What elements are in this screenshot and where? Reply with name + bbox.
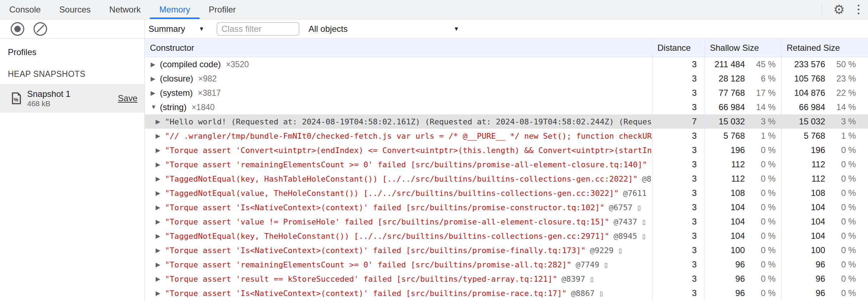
expand-triangle-icon[interactable]: ▶ bbox=[156, 161, 165, 168]
shallow-size-cell: 960 % bbox=[705, 286, 782, 300]
table-row[interactable]: ▶(closure)×982328 1286 %105 76823 % bbox=[145, 71, 868, 86]
retained-size-percent: 23 % bbox=[825, 74, 856, 84]
constructor-cell: ▶"Hello world! (Requested at: 2024-08-19… bbox=[145, 114, 652, 129]
retained-size-percent: 0 % bbox=[825, 159, 856, 169]
tab-console[interactable]: Console bbox=[0, 0, 50, 19]
column-header-constructor[interactable]: Constructor bbox=[145, 39, 652, 57]
collapse-triangle-icon[interactable]: ▼ bbox=[151, 104, 160, 111]
expand-triangle-icon[interactable]: ▶ bbox=[156, 132, 165, 140]
distance-cell: 3 bbox=[652, 272, 705, 286]
instance-count: ×3520 bbox=[226, 60, 249, 69]
string-value: "Torque assert 'Convert<uintptr>(endInde… bbox=[165, 146, 652, 155]
table-row[interactable]: ▶(compiled code)×35203211 48445 %233 576… bbox=[145, 57, 868, 71]
retained-size-value: 15 032 bbox=[799, 117, 825, 127]
table-row[interactable]: ▶"TaggedNotEqual(key, TheHoleConstant())… bbox=[145, 229, 868, 243]
more-vert-icon[interactable] bbox=[854, 3, 863, 16]
save-snapshot-link[interactable]: Save bbox=[118, 93, 137, 103]
sidebar-item-snapshot-1[interactable]: % Snapshot 1 468 kB Save bbox=[0, 84, 145, 113]
distance-value: 3 bbox=[692, 274, 697, 284]
table-row[interactable]: ▶"Torque assert 'Is<NativeContext>(conte… bbox=[145, 286, 868, 300]
tab-console-label: Console bbox=[9, 5, 41, 15]
expand-triangle-icon[interactable]: ▶ bbox=[156, 247, 165, 254]
retained-size-cell: 1040 % bbox=[782, 229, 868, 243]
tab-sources[interactable]: Sources bbox=[50, 0, 100, 19]
object-id: @8 bbox=[642, 174, 652, 183]
shallow-size-cell: 1000 % bbox=[705, 243, 782, 257]
shallow-size-cell: 66 98414 % bbox=[705, 100, 782, 114]
chevron-down-icon: ▼ bbox=[454, 26, 459, 32]
table-row[interactable]: ▶(system)×3817377 76817 %104 87622 % bbox=[145, 86, 868, 100]
distance-value: 3 bbox=[692, 159, 697, 169]
tab-network[interactable]: Network bbox=[100, 0, 150, 19]
shallow-size-percent: 6 % bbox=[745, 74, 776, 84]
object-scope-select[interactable]: All objects ▼ bbox=[309, 24, 459, 34]
table-row[interactable]: ▶"Hello world! (Requested at: 2024-08-19… bbox=[145, 114, 868, 129]
table-row[interactable]: ▶"TaggedNotEqual(key, HashTableHoleConst… bbox=[145, 172, 868, 186]
tab-profiler[interactable]: Profiler bbox=[200, 0, 245, 19]
distance-value: 3 bbox=[692, 102, 697, 112]
expand-triangle-icon[interactable]: ▶ bbox=[156, 118, 165, 125]
retained-size-cell: 960 % bbox=[782, 286, 868, 300]
object-id: @8945 bbox=[614, 232, 637, 241]
constructor-cell: ▶"Torque assert 'remainingElementsCount … bbox=[145, 257, 652, 272]
table-row[interactable]: ▶"Torque assert 'remainingElementsCount … bbox=[145, 257, 868, 272]
object-scope-value: All objects bbox=[309, 24, 348, 34]
string-value: "Torque assert 'Is<NativeContext>(contex… bbox=[165, 203, 605, 212]
retained-size-value: 96 bbox=[816, 288, 825, 298]
retained-size-value: 96 bbox=[816, 260, 825, 270]
expand-triangle-icon[interactable]: ▶ bbox=[156, 204, 165, 211]
object-id: @7437 bbox=[614, 217, 637, 226]
shallow-size-value: 112 bbox=[731, 174, 745, 184]
table-row[interactable]: ▶"Torque assert 'Is<NativeContext>(conte… bbox=[145, 200, 868, 214]
distance-cell: 3 bbox=[652, 157, 705, 172]
retained-size-cell: 105 76823 % bbox=[782, 71, 868, 86]
shallow-size-value: 77 768 bbox=[719, 88, 745, 98]
expand-triangle-icon[interactable]: ▶ bbox=[151, 89, 160, 97]
record-heap-snapshot-icon[interactable] bbox=[11, 22, 24, 36]
column-header-retained-size[interactable]: Retained Size bbox=[782, 39, 868, 57]
shallow-size-value: 100 bbox=[731, 245, 745, 255]
string-value: "// .wrangler/tmp/bundle-FmNIt0/checked-… bbox=[165, 132, 652, 140]
table-row[interactable]: ▶"Torque assert 'Is<NativeContext>(conte… bbox=[145, 243, 868, 257]
expand-triangle-icon[interactable]: ▶ bbox=[156, 147, 165, 154]
expand-triangle-icon[interactable]: ▶ bbox=[156, 175, 165, 183]
tab-memory[interactable]: Memory bbox=[150, 0, 200, 19]
expand-triangle-icon[interactable]: ▶ bbox=[156, 275, 165, 283]
retained-size-cell: 1960 % bbox=[782, 143, 868, 157]
column-header-distance[interactable]: Distance bbox=[652, 39, 705, 57]
column-header-shallow-size[interactable]: Shallow Size bbox=[705, 39, 782, 57]
perspective-select[interactable]: Summary ▼ bbox=[148, 24, 205, 34]
gear-icon[interactable]: ⚙ bbox=[833, 3, 845, 16]
shallow-size-percent: 0 % bbox=[745, 188, 776, 198]
shallow-size-value: 211 484 bbox=[715, 59, 745, 69]
table-row[interactable]: ▶"Torque assert 'result == kStoreSuccede… bbox=[145, 272, 868, 286]
table-row[interactable]: ▼(string)×1840366 98414 %66 98414 % bbox=[145, 100, 868, 114]
expand-triangle-icon[interactable]: ▶ bbox=[151, 75, 160, 83]
retained-size-cell: 233 57650 % bbox=[782, 57, 868, 71]
expand-triangle-icon[interactable]: ▶ bbox=[156, 290, 165, 297]
missing-glyph-box: ▯ bbox=[618, 246, 622, 255]
shallow-size-cell: 15 0323 % bbox=[705, 114, 782, 129]
shallow-size-percent: 1 % bbox=[745, 131, 776, 141]
table-row[interactable]: ▶"Torque assert 'Convert<uintptr>(endInd… bbox=[145, 143, 868, 157]
table-row[interactable]: ▶"TaggedNotEqual(value, TheHoleConstant(… bbox=[145, 186, 868, 200]
class-filter-input[interactable] bbox=[217, 22, 299, 36]
object-id: @7611 bbox=[623, 189, 647, 198]
shallow-size-cell: 1040 % bbox=[705, 200, 782, 214]
table-row[interactable]: ▶"Torque assert 'value != PromiseHole' f… bbox=[145, 214, 868, 229]
expand-triangle-icon[interactable]: ▶ bbox=[156, 261, 165, 268]
profiles-toolbar bbox=[0, 19, 145, 39]
string-value: "Torque assert 'Is<NativeContext>(contex… bbox=[165, 289, 567, 298]
constructor-cell: ▶"Torque assert 'result == kStoreSuccede… bbox=[145, 272, 652, 286]
tabbar-right-controls: ⚙ bbox=[822, 0, 863, 19]
clear-profiles-icon[interactable] bbox=[34, 22, 47, 36]
expand-triangle-icon[interactable]: ▶ bbox=[156, 218, 165, 226]
expand-triangle-icon[interactable]: ▶ bbox=[151, 61, 160, 68]
retained-size-percent: 14 % bbox=[825, 102, 856, 112]
retained-size-percent: 0 % bbox=[825, 202, 856, 212]
heap-snapshot-grid: Constructor Distance Shallow Size Retain… bbox=[145, 39, 868, 301]
table-row[interactable]: ▶"// .wrangler/tmp/bundle-FmNIt0/checked… bbox=[145, 129, 868, 143]
expand-triangle-icon[interactable]: ▶ bbox=[156, 189, 165, 197]
table-row[interactable]: ▶"Torque assert 'remainingElementsCount … bbox=[145, 157, 868, 172]
expand-triangle-icon[interactable]: ▶ bbox=[156, 232, 165, 240]
